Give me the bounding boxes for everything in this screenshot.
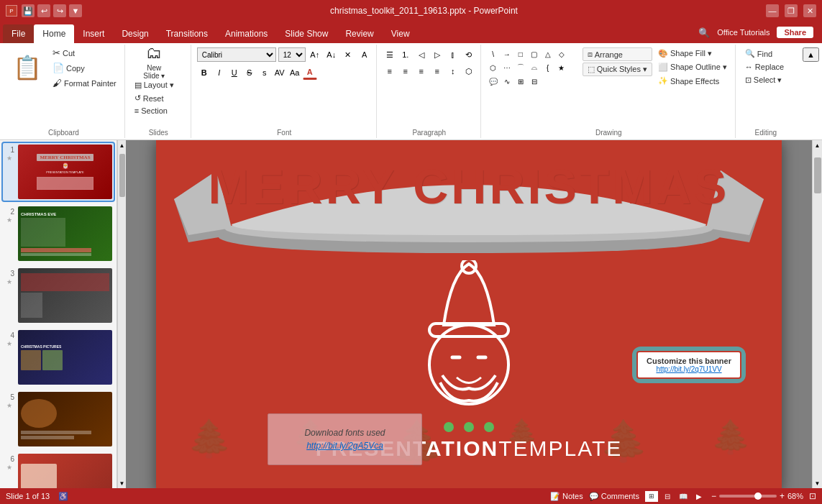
shape-curve-btn[interactable]: ⌒ bbox=[514, 61, 527, 74]
font-grow-btn[interactable]: A↑ bbox=[308, 47, 322, 62]
tab-design[interactable]: Design bbox=[113, 24, 157, 43]
find-button[interactable]: 🔍 Find bbox=[741, 47, 787, 60]
panel-scroll-up[interactable]: ▲ bbox=[118, 140, 126, 150]
customize-banner-box[interactable]: Customize this banner http://bit.ly/2q7U… bbox=[636, 351, 741, 379]
line-spacing-btn[interactable]: ↕ bbox=[446, 64, 460, 78]
tab-review[interactable]: Review bbox=[337, 24, 382, 43]
slide-thumb-2[interactable]: 2 ★ CHRISTMAS EVE bbox=[3, 205, 114, 262]
reset-button[interactable]: ↺ Reset bbox=[131, 92, 178, 104]
slide-canvas[interactable]: 🌲 🌲 🌲 🌲 🌲 🌲 bbox=[156, 140, 782, 488]
undo-quick-btn[interactable]: ↩ bbox=[37, 4, 50, 17]
tab-file[interactable]: File bbox=[3, 24, 34, 43]
tab-insert[interactable]: Insert bbox=[74, 24, 113, 43]
shape-diamond-btn[interactable]: ◇ bbox=[555, 47, 568, 60]
underline-btn[interactable]: U bbox=[227, 65, 242, 80]
text-shadow-big-btn[interactable]: A bbox=[357, 47, 372, 62]
slide-thumb-4[interactable]: 4 ★ CHRISTMAS PICTURES bbox=[3, 329, 114, 386]
slide-sorter-btn[interactable]: ⊟ bbox=[661, 491, 674, 502]
shape-extra3-btn[interactable]: ⊟ bbox=[528, 75, 541, 88]
tab-animations[interactable]: Animations bbox=[216, 24, 276, 43]
cols-btn[interactable]: ⫿ bbox=[446, 47, 460, 62]
align-center-btn[interactable]: ≡ bbox=[398, 64, 413, 78]
download-fonts-box[interactable]: Download fonts used http://bit.ly/2gA5Vc… bbox=[268, 413, 422, 465]
font-family-select[interactable]: Calibri bbox=[197, 47, 276, 62]
office-tutorials-link[interactable]: Office Tutorials bbox=[717, 28, 770, 37]
arrange-button[interactable]: ⧈ Arrange bbox=[583, 47, 652, 61]
slideshow-btn[interactable]: ▶ bbox=[693, 491, 705, 502]
font-shrink-btn[interactable]: A↓ bbox=[324, 47, 339, 62]
customize-link[interactable]: http://bit.ly/2q7U1VV bbox=[647, 365, 731, 373]
shape-effects-button[interactable]: ✨ Shape Effects bbox=[654, 75, 731, 87]
replace-button[interactable]: ↔ Replace bbox=[741, 61, 787, 73]
copy-button[interactable]: 📄 Copy bbox=[49, 61, 120, 75]
new-slide-button[interactable]: 🗂 NewSlide ▾ bbox=[131, 46, 178, 78]
bold-btn[interactable]: B bbox=[197, 65, 211, 80]
slide-canvas-wrap[interactable]: 🌲 🌲 🌲 🌲 🌲 🌲 bbox=[126, 140, 812, 488]
scroll-down-btn[interactable]: ▼ bbox=[813, 478, 822, 488]
format-painter-button[interactable]: 🖌 Format Painter bbox=[49, 76, 120, 90]
notes-button[interactable]: 📝 Notes bbox=[550, 492, 583, 501]
slide-thumb-5[interactable]: 5 ★ bbox=[3, 390, 114, 448]
char-spacing-btn[interactable]: AV bbox=[273, 65, 287, 80]
shape-arc-btn[interactable]: ⌓ bbox=[528, 61, 541, 74]
section-button[interactable]: ≡ Section bbox=[131, 105, 178, 116]
cut-button[interactable]: ✂ Cut bbox=[49, 46, 120, 60]
shape-rounded-btn[interactable]: ▢ bbox=[528, 47, 541, 60]
select-button[interactable]: ⊡ Select ▾ bbox=[741, 74, 787, 86]
shape-callout-btn[interactable]: 💬 bbox=[487, 75, 500, 88]
fit-slide-btn[interactable]: ⊡ bbox=[809, 491, 816, 501]
slide-thumb-1[interactable]: 1 ★ MERRY CHRISTMAS 🎅 PRESENTATION TEMPL… bbox=[3, 143, 114, 201]
zoom-slider[interactable] bbox=[719, 495, 777, 498]
layout-button[interactable]: ▤ Layout ▾ bbox=[131, 79, 178, 91]
slide-thumb-3[interactable]: 3 ★ bbox=[3, 267, 114, 324]
bullets-btn[interactable]: ☰ bbox=[383, 47, 397, 62]
increase-indent-btn[interactable]: ▷ bbox=[430, 47, 444, 62]
customize-quick-btn[interactable]: ▼ bbox=[69, 4, 82, 17]
italic-btn[interactable]: I bbox=[212, 65, 227, 80]
scroll-up-btn[interactable]: ▲ bbox=[813, 140, 822, 150]
shape-rect-btn[interactable]: □ bbox=[514, 47, 527, 60]
tab-slideshow[interactable]: Slide Show bbox=[276, 24, 337, 43]
numbering-btn[interactable]: 1. bbox=[398, 47, 413, 62]
align-right-btn[interactable]: ≡ bbox=[414, 64, 429, 78]
shape-brace-btn[interactable]: { bbox=[542, 61, 554, 74]
shape-extra1-btn[interactable]: ∿ bbox=[501, 75, 513, 88]
align-left-btn[interactable]: ≡ bbox=[383, 64, 397, 78]
decrease-indent-btn[interactable]: ◁ bbox=[414, 47, 429, 62]
shape-tri-btn[interactable]: △ bbox=[542, 47, 554, 60]
shape-arrow-btn[interactable]: → bbox=[501, 47, 513, 60]
slide-thumb-6[interactable]: 6 ★ I GIVE PEACE bbox=[3, 452, 114, 488]
shape-line-btn[interactable]: \ bbox=[487, 47, 500, 60]
collapse-ribbon-btn[interactable]: ▲ bbox=[803, 47, 819, 62]
reading-view-btn[interactable]: 📖 bbox=[677, 491, 690, 502]
tab-transitions[interactable]: Transitions bbox=[157, 24, 216, 43]
font-size-select[interactable]: 12 bbox=[278, 47, 306, 62]
close-btn[interactable]: ✕ bbox=[803, 4, 816, 17]
tab-view[interactable]: View bbox=[383, 24, 419, 43]
shape-fill-button[interactable]: 🎨 Shape Fill ▾ bbox=[654, 47, 731, 60]
change-case-btn[interactable]: Aa bbox=[288, 65, 302, 80]
share-button[interactable]: Share bbox=[777, 27, 813, 38]
comments-button[interactable]: 💬 Comments bbox=[589, 492, 639, 501]
restore-btn[interactable]: ❐ bbox=[785, 4, 798, 17]
shadow-btn[interactable]: s bbox=[257, 65, 272, 80]
clear-format-btn[interactable]: ✕ bbox=[341, 47, 355, 62]
tab-home[interactable]: Home bbox=[34, 24, 74, 43]
shape-extra2-btn[interactable]: ⊞ bbox=[514, 75, 527, 88]
zoom-in-btn[interactable]: + bbox=[780, 491, 785, 501]
zoom-out-btn[interactable]: − bbox=[711, 491, 716, 501]
shape-outline-button[interactable]: ⬜ Shape Outline ▾ bbox=[654, 61, 731, 73]
font-color-btn[interactable]: A bbox=[303, 65, 317, 80]
save-quick-btn[interactable]: 💾 bbox=[22, 4, 35, 17]
text-direction-btn[interactable]: ⟲ bbox=[462, 47, 476, 62]
redo-quick-btn[interactable]: ↪ bbox=[53, 4, 66, 17]
quick-styles-button[interactable]: ⬚ Quick Styles ▾ bbox=[583, 63, 652, 76]
smartart-btn[interactable]: ⬡ bbox=[462, 64, 476, 78]
paste-button[interactable]: 📋 bbox=[7, 46, 47, 89]
shape-star-btn[interactable]: ★ bbox=[555, 61, 568, 74]
justify-btn[interactable]: ≡ bbox=[430, 64, 444, 78]
shape-hexagon-btn[interactable]: ⬡ bbox=[487, 61, 500, 74]
strikethrough-btn[interactable]: S bbox=[242, 65, 257, 80]
normal-view-btn[interactable]: ⊞ bbox=[645, 491, 658, 502]
panel-scroll-down[interactable]: ▼ bbox=[118, 478, 126, 488]
